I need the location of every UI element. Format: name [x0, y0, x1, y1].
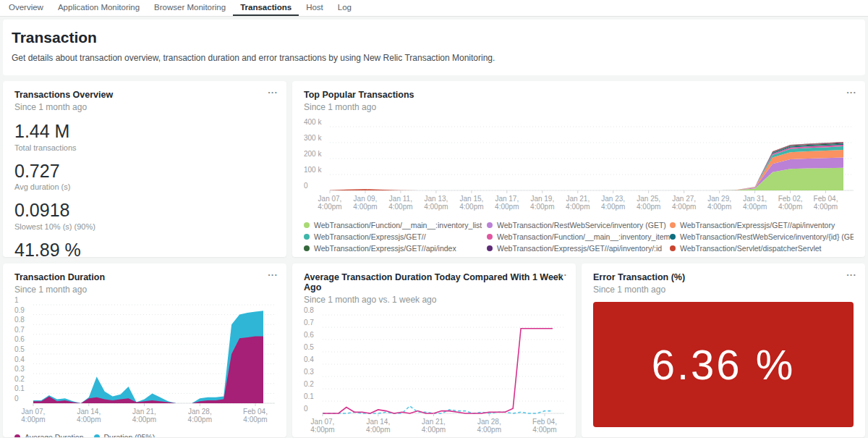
metric-label: Total transactions: [14, 143, 275, 152]
svg-text:4:00pm: 4:00pm: [310, 426, 334, 434]
legend-color-dot: [304, 234, 310, 240]
card-top-popular-transactions: Top Popular Transactions Since 1 month a…: [292, 81, 865, 257]
svg-text:0.1: 0.1: [14, 384, 25, 392]
legend-item[interactable]: WebTransaction/Function/__main__:invento…: [304, 219, 487, 231]
svg-text:Jan 25,: Jan 25,: [637, 195, 660, 203]
top-nav: Overview Application Monitoring Browser …: [0, 0, 868, 17]
svg-text:4:00pm: 4:00pm: [637, 203, 660, 211]
svg-text:0.4: 0.4: [304, 355, 314, 363]
legend-item[interactable]: Average Duration: [14, 431, 84, 437]
transaction-duration-legend: Average DurationDuration (95%): [14, 431, 275, 437]
legend-item[interactable]: WebTransaction/RestWebService/inventory/…: [670, 231, 854, 243]
legend-color-dot: [14, 434, 20, 437]
metric-slowest-10: 0.0918 Slowest 10% (s) (90%): [14, 201, 275, 231]
svg-text:Feb 04,: Feb 04,: [532, 418, 557, 426]
legend-item[interactable]: OtherTransaction/Initializer/ServletCont…: [304, 254, 487, 257]
tab-host[interactable]: Host: [299, 0, 331, 16]
chart-svg: 400 k300 k200 k100 k0Jan 07,4:00pmJan 09…: [304, 122, 854, 212]
legend-color-dot: [487, 245, 493, 251]
svg-text:Jan 23,: Jan 23,: [601, 195, 625, 203]
svg-text:4:00pm: 4:00pm: [366, 426, 390, 434]
svg-text:4:00pm: 4:00pm: [601, 203, 625, 211]
page-title: Transaction: [12, 29, 856, 46]
svg-text:0.6: 0.6: [14, 335, 25, 343]
legend-item[interactable]: WebTransaction/Expressjs/GET//api/index: [304, 243, 487, 254]
svg-text:Jan 28,: Jan 28,: [477, 418, 501, 426]
svg-text:0.7: 0.7: [14, 326, 25, 334]
svg-text:0.8: 0.8: [304, 306, 314, 314]
legend-color-dot: [304, 222, 310, 228]
legend-label: WebTransaction/RestWebService/inventory …: [497, 219, 666, 231]
metric-label: Avg duration (s): [14, 182, 275, 191]
svg-text:Jan 07,: Jan 07,: [318, 195, 342, 203]
tab-browser-monitoring[interactable]: Browser Monitoring: [147, 0, 233, 16]
legend-item[interactable]: Duration (95%): [94, 431, 156, 437]
legend-label: OtherTransaction/Initializer/ServletCont…: [314, 254, 487, 257]
svg-text:4:00pm: 4:00pm: [743, 203, 767, 211]
svg-text:Jan 11,: Jan 11,: [389, 195, 412, 203]
card-avg-duration-compare: Average Transaction Duration Today Compa…: [292, 264, 576, 437]
svg-text:4:00pm: 4:00pm: [21, 416, 45, 424]
svg-text:Jan 19,: Jan 19,: [530, 195, 554, 203]
tab-log[interactable]: Log: [331, 0, 359, 16]
svg-text:Jan 07,: Jan 07,: [311, 418, 335, 426]
legend-label: WebTransaction/Expressjs/GET//api/invent…: [680, 219, 835, 231]
svg-text:4:00pm: 4:00pm: [353, 203, 377, 211]
svg-text:Jan 31,: Jan 31,: [743, 195, 767, 203]
page-description: Get details about transaction overview, …: [12, 53, 856, 63]
legend-color-dot: [670, 222, 676, 228]
legend-item[interactable]: WebTransaction/Expressjs/GET//api/invent…: [487, 243, 670, 254]
legend-item[interactable]: WebTransaction/Function/__main__:invento…: [487, 231, 670, 243]
card-menu-icon[interactable]: ...: [846, 85, 856, 95]
card-error-transaction: Error Transaction (%) Since 1 month ago …: [582, 264, 865, 437]
svg-text:Jan 13,: Jan 13,: [424, 195, 448, 203]
svg-text:4:00pm: 4:00pm: [672, 203, 696, 211]
legend-color-dot: [670, 245, 676, 251]
card-title: Average Transaction Duration Today Compa…: [304, 272, 564, 292]
tab-transactions[interactable]: Transactions: [233, 0, 299, 16]
svg-text:4:00pm: 4:00pm: [459, 203, 483, 211]
svg-text:Jan 14,: Jan 14,: [77, 408, 101, 416]
svg-text:0.3: 0.3: [304, 368, 314, 376]
tab-overview[interactable]: Overview: [1, 0, 51, 16]
avg-duration-compare-chart[interactable]: 0.80.70.60.50.40.30.20.10Jan 07,4:00pmJa…: [304, 311, 564, 435]
svg-text:4:00pm: 4:00pm: [566, 203, 590, 211]
legend-item[interactable]: WebTransaction/Expressjs/GET//api/invent…: [670, 219, 854, 231]
card-subtitle: Since 1 month ago: [14, 285, 275, 295]
legend-item[interactable]: WebTransaction/RestWebService/inventory …: [487, 219, 670, 231]
svg-text:0.6: 0.6: [304, 331, 314, 339]
svg-text:Jan 27,: Jan 27,: [672, 195, 696, 203]
legend-label: WebTransaction/Expressjs/GET//: [314, 231, 426, 243]
svg-text:Feb 04,: Feb 04,: [814, 195, 838, 203]
card-menu-icon[interactable]: ...: [846, 268, 856, 277]
card-menu-icon[interactable]: ...: [268, 85, 278, 95]
svg-text:Jan 21,: Jan 21,: [132, 408, 156, 416]
svg-text:0.2: 0.2: [14, 375, 25, 383]
svg-text:4:00pm: 4:00pm: [388, 203, 412, 211]
svg-text:4:00pm: 4:00pm: [188, 416, 212, 424]
legend-item[interactable]: WebTransaction/Expressjs/GET//: [304, 231, 487, 243]
svg-text:Jan 14,: Jan 14,: [366, 418, 390, 426]
card-menu-icon[interactable]: ...: [557, 268, 567, 277]
tab-application-monitoring[interactable]: Application Monitoring: [51, 0, 147, 16]
metric-value: 0.727: [14, 161, 275, 182]
metric-label: Slowest 10% (s) (90%): [14, 222, 275, 231]
legend-label: Duration (95%): [104, 431, 156, 437]
card-transaction-duration: Transaction Duration Since 1 month ago .…: [3, 264, 286, 437]
top-popular-transactions-chart[interactable]: 400 k300 k200 k100 k0Jan 07,4:00pmJan 09…: [304, 122, 854, 212]
svg-text:0: 0: [304, 405, 308, 413]
card-menu-icon[interactable]: ...: [268, 268, 278, 277]
svg-text:4:00pm: 4:00pm: [814, 203, 838, 211]
svg-text:0.5: 0.5: [304, 343, 314, 351]
svg-text:Feb 04,: Feb 04,: [243, 408, 268, 416]
legend-item[interactable]: WebTransaction/Servlet/dispatcherServlet: [670, 243, 854, 254]
svg-text:0.8: 0.8: [14, 316, 25, 324]
chart-svg: 0.80.70.60.50.40.30.20.10Jan 07,4:00pmJa…: [304, 311, 564, 435]
card-title: Transaction Duration: [14, 272, 275, 282]
svg-text:4:00pm: 4:00pm: [132, 416, 156, 424]
svg-text:Jan 09,: Jan 09,: [354, 195, 378, 203]
legend-label: WebTransaction/RestWebService/inventory/…: [680, 231, 854, 243]
transaction-duration-chart[interactable]: 10.90.80.70.60.50.40.30.20.10Jan 07,4:00…: [14, 300, 275, 425]
legend-label: WebTransaction/Function/__main__:invento…: [497, 231, 670, 243]
legend-color-dot: [94, 434, 100, 437]
